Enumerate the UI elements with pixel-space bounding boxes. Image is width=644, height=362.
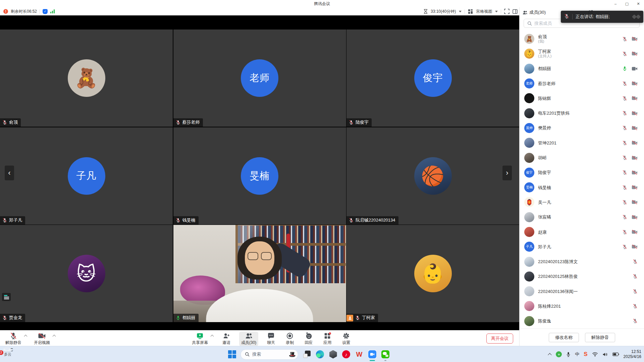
- audio-options-caret[interactable]: [24, 334, 27, 337]
- member-row[interactable]: 都娟丽: [520, 61, 644, 76]
- member-mic-icon[interactable]: [622, 230, 627, 235]
- member-row[interactable]: 👶丁柯家(主持人): [520, 46, 644, 61]
- member-camera-icon[interactable]: [632, 81, 638, 86]
- video-tile[interactable]: 俊宇陆俊宇: [346, 29, 519, 127]
- video-tile[interactable]: 👶丁柯家: [346, 225, 519, 322]
- network-signal-icon[interactable]: [50, 9, 55, 13]
- member-mic-icon[interactable]: [622, 140, 627, 145]
- member-row[interactable]: 🏮吴一凡: [520, 195, 644, 209]
- member-row[interactable]: 赵康: [520, 225, 644, 239]
- start-video-button[interactable]: 开启视频: [32, 331, 52, 346]
- member-row[interactable]: 22024020125林胜俊: [520, 269, 644, 284]
- member-mic-icon[interactable]: [622, 51, 627, 56]
- windows-start-button[interactable]: [228, 350, 236, 358]
- member-camera-icon[interactable]: [632, 185, 638, 190]
- member-mic-icon[interactable]: [633, 259, 638, 264]
- duration-dropdown-caret[interactable]: [459, 11, 462, 12]
- share-options-caret[interactable]: [211, 334, 214, 337]
- tencent-meeting-taskbar-icon[interactable]: [368, 350, 377, 359]
- layout-switch-icon[interactable]: [2, 293, 11, 301]
- member-mic-icon[interactable]: [622, 111, 627, 116]
- fullscreen-icon[interactable]: [504, 9, 509, 14]
- member-row[interactable]: 张宸晞: [520, 210, 644, 225]
- member-row[interactable]: 22024020123陈博文: [520, 254, 644, 269]
- video-tile[interactable]: 都娟丽: [173, 225, 346, 322]
- member-mic-icon[interactable]: [622, 125, 627, 130]
- taskbar-clock[interactable]: 12:51 2025/4/16: [624, 349, 641, 359]
- video-options-caret[interactable]: [53, 334, 56, 337]
- wps-office-icon[interactable]: W: [355, 350, 364, 359]
- member-row[interactable]: 俊宇陆俊宇: [520, 165, 644, 180]
- record-button[interactable]: 录制: [284, 331, 296, 346]
- member-camera-icon[interactable]: [632, 244, 638, 249]
- member-mic-icon[interactable]: [633, 274, 638, 279]
- member-row[interactable]: 旻楠钱旻楠: [520, 180, 644, 195]
- member-camera-icon[interactable]: [632, 96, 638, 101]
- minimize-button[interactable]: –: [610, 0, 621, 7]
- edge-browser-icon[interactable]: [316, 350, 324, 359]
- member-camera-icon[interactable]: [632, 37, 638, 41]
- members-button[interactable]: 成员(30): [239, 331, 258, 346]
- member-mic-icon[interactable]: [622, 185, 627, 190]
- member-list[interactable]: 🧸俞顶(我)👶丁柯家(主持人)都娟丽老师蔡莎老师陈锦辉电车2201贾轶炜晨烨樊晨…: [520, 32, 644, 328]
- invite-button[interactable]: 邀请: [220, 331, 232, 346]
- member-row[interactable]: 🧸俞顶(我): [520, 32, 644, 46]
- unmute-footer-button[interactable]: 解除静音: [585, 333, 615, 342]
- reactions-button[interactable]: 回应: [303, 331, 315, 346]
- member-row[interactable]: 晨烨樊晨烨: [520, 121, 644, 135]
- chat-button[interactable]: 聊天: [265, 331, 277, 346]
- previous-page-arrow[interactable]: ‹: [5, 166, 14, 180]
- video-tile[interactable]: 旻楠钱旻楠: [173, 127, 346, 225]
- member-row[interactable]: 陈锦辉: [520, 91, 644, 106]
- member-camera-icon[interactable]: [632, 66, 638, 71]
- video-tile[interactable]: 🐱贾金龙: [0, 225, 173, 322]
- battery-icon[interactable]: [612, 352, 619, 356]
- member-camera-icon[interactable]: [632, 156, 638, 160]
- apps-button[interactable]: 应用: [321, 331, 333, 346]
- member-row[interactable]: 子凡郑子凡: [520, 239, 644, 254]
- member-mic-icon[interactable]: [622, 81, 627, 86]
- member-mic-icon[interactable]: [622, 170, 627, 175]
- video-tile[interactable]: 子凡郑子凡: [0, 127, 173, 225]
- wechat-icon[interactable]: [381, 350, 390, 359]
- member-row[interactable]: 22024020136张闻一: [520, 284, 644, 299]
- member-mic-icon[interactable]: [633, 289, 638, 294]
- hexagon-app-icon[interactable]: [329, 350, 337, 359]
- view-mode-label[interactable]: 宫格视图: [476, 9, 492, 14]
- settings-button[interactable]: 设置: [340, 331, 352, 346]
- maximize-button[interactable]: ▢: [621, 0, 633, 7]
- video-tile[interactable]: 🧸俞顶: [0, 29, 173, 127]
- rename-button[interactable]: 修改名称: [549, 333, 579, 342]
- member-mic-icon[interactable]: [633, 318, 638, 323]
- leave-meeting-button[interactable]: 离开会议: [486, 334, 513, 344]
- member-camera-icon[interactable]: [632, 111, 638, 116]
- close-button[interactable]: ✕: [633, 0, 644, 7]
- antivirus-tray-icon[interactable]: +: [556, 351, 562, 357]
- side-panel-icon[interactable]: [513, 9, 518, 14]
- member-camera-icon[interactable]: [632, 51, 638, 56]
- unmute-button[interactable]: 解除静音: [3, 331, 23, 346]
- member-mic-icon[interactable]: [622, 96, 627, 101]
- member-mic-icon[interactable]: [622, 200, 627, 205]
- member-mic-icon[interactable]: [622, 37, 627, 42]
- tray-expand-chevron[interactable]: [548, 353, 551, 356]
- member-mic-icon[interactable]: [622, 155, 627, 160]
- member-mic-icon[interactable]: [622, 215, 627, 220]
- next-page-arrow[interactable]: ›: [502, 166, 512, 180]
- tray-mic-icon[interactable]: [566, 352, 571, 357]
- member-camera-icon[interactable]: [632, 140, 638, 145]
- share-screen-button[interactable]: 共享屏幕: [190, 331, 210, 346]
- member-mic-icon[interactable]: [622, 244, 627, 249]
- member-camera-icon[interactable]: [632, 230, 638, 234]
- video-tile[interactable]: 老师蔡莎老师: [173, 29, 346, 127]
- video-tile[interactable]: 🏀阮启铖22024020134: [346, 127, 519, 225]
- member-row[interactable]: 老师蔡莎老师: [520, 76, 644, 91]
- security-shield-icon[interactable]: ✓: [43, 9, 48, 14]
- netease-music-icon[interactable]: ♪: [342, 350, 351, 359]
- member-camera-icon[interactable]: [632, 126, 638, 130]
- weather-widget[interactable]: 3 30°C 多云: [2, 348, 13, 357]
- member-camera-icon[interactable]: [632, 215, 638, 220]
- wifi-icon[interactable]: [592, 352, 598, 357]
- member-camera-icon[interactable]: [632, 170, 638, 175]
- member-row[interactable]: 胡峪: [520, 150, 644, 165]
